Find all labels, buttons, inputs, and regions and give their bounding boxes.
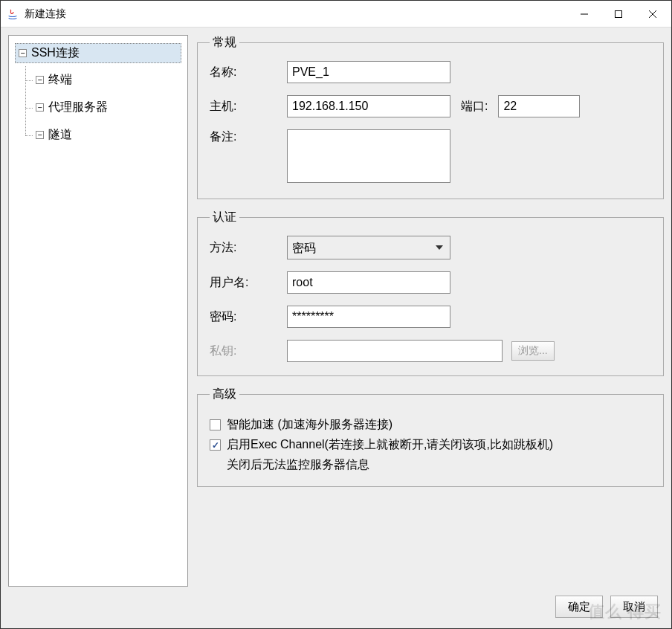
group-auth: 认证 方法: 密码 用户名: 密码: [197,210,664,376]
titlebar: 新建连接 [1,1,671,28]
user-input[interactable] [287,271,450,294]
user-label: 用户名: [210,275,277,291]
smart-accel-row: 智能加速 (加速海外服务器连接) [210,417,651,433]
exec-channel-label: 启用Exec Channel(若连接上就被断开,请关闭该项,比如跳板机) [227,437,553,453]
exec-channel-checkbox[interactable] [210,439,221,451]
method-label: 方法: [210,240,277,256]
tree-leaf-icon: − [36,76,44,84]
tree-item-proxy[interactable]: − 代理服务器 [22,94,181,121]
note-label: 备注: [210,129,277,145]
window-title: 新建连接 [25,7,66,21]
close-button[interactable] [636,1,670,27]
name-input[interactable] [287,61,450,83]
smart-accel-checkbox[interactable] [210,419,221,430]
exec-channel-row: 启用Exec Channel(若连接上就被断开,请关闭该项,比如跳板机) [210,437,651,453]
group-general-legend: 常规 [210,35,239,51]
pass-label: 密码: [210,309,277,325]
host-label: 主机: [210,99,277,114]
tree-item-terminal[interactable]: − 终端 [22,66,181,94]
category-sidebar: − SSH连接 − 终端 − 代理服务器 − 隧道 [8,35,188,587]
tree-root-ssh[interactable]: − SSH连接 [15,43,181,63]
note-textarea[interactable] [287,129,450,183]
exec-channel-sub: 关闭后无法监控服务器信息 [227,457,651,473]
dialog-footer: 确定 取消 [8,587,664,621]
tree-item-label: 代理服务器 [48,100,108,115]
browse-button[interactable]: 浏览... [511,341,555,361]
maximize-button[interactable] [601,1,636,27]
group-auth-legend: 认证 [210,210,239,225]
pk-input [287,340,503,362]
tree-item-label: 隧道 [48,127,72,143]
pass-input[interactable] [287,306,450,328]
smart-accel-label: 智能加速 (加速海外服务器连接) [227,417,392,433]
tree-item-tunnel[interactable]: − 隧道 [22,121,181,149]
host-input[interactable] [287,95,450,117]
svg-rect-1 [616,10,622,17]
tree-leaf-icon: − [36,103,44,112]
form-panel: 常规 名称: 主机: 端口: 备注: [197,35,664,587]
port-label: 端口: [461,99,488,114]
port-input[interactable] [498,95,580,117]
tree-item-label: 终端 [48,72,72,88]
method-select[interactable]: 密码 [287,236,450,259]
tree-collapse-icon[interactable]: − [19,49,27,57]
tree-leaf-icon: − [36,131,44,139]
app-window: 新建连接 − SSH连接 − 终端 [0,0,672,629]
tree-root-label: SSH连接 [31,45,80,61]
java-app-icon [7,8,19,20]
group-advanced-legend: 高级 [210,387,239,402]
client-area: − SSH连接 − 终端 − 代理服务器 − 隧道 [1,28,671,628]
watermark: 值么 得买 [588,601,662,623]
pk-label: 私钥: [210,343,277,359]
minimize-button[interactable] [567,1,601,27]
group-general: 常规 名称: 主机: 端口: 备注: [197,35,664,199]
name-label: 名称: [210,65,277,80]
group-advanced: 高级 智能加速 (加速海外服务器连接) 启用Exec Channel(若连接上就… [197,387,664,487]
